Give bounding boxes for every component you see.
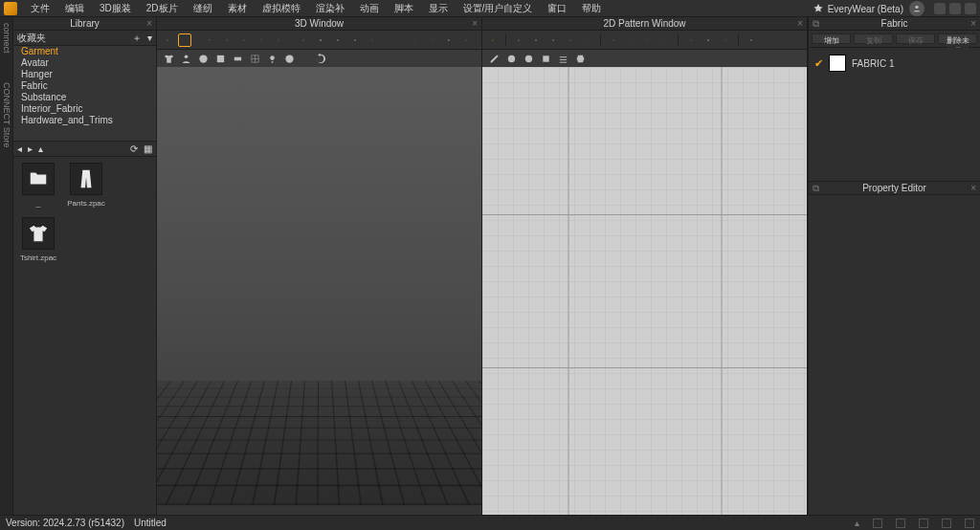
select-icon[interactable] [178, 33, 191, 47]
tack-icon[interactable] [425, 33, 438, 47]
reset-view-icon[interactable] [314, 53, 325, 64]
menu-window[interactable]: 窗口 [540, 2, 574, 15]
poly-icon[interactable] [512, 33, 525, 47]
2d-pen-icon[interactable] [488, 53, 500, 64]
trace-icon[interactable] [702, 33, 715, 47]
fabric-copy-button[interactable]: 复制 [854, 33, 893, 44]
show-garment-icon[interactable] [180, 53, 191, 64]
status-caret-icon[interactable]: ▴ [855, 518, 859, 528]
rail-store[interactable]: CONNECT Store [2, 82, 11, 147]
line-icon[interactable] [581, 33, 594, 47]
fabric-item[interactable]: ✔ FABRIC 1 [813, 52, 976, 75]
refresh-icon[interactable]: ⟳ [130, 144, 138, 154]
seam-icon[interactable] [408, 33, 421, 47]
layout-2-icon[interactable] [896, 519, 905, 528]
tree-item-hanger[interactable]: Hanger [13, 69, 156, 80]
rotate-icon[interactable] [220, 33, 234, 47]
2d-show3-icon[interactable] [540, 53, 551, 64]
fabric-undock-icon[interactable]: ⧉ [813, 18, 819, 30]
notch-icon[interactable] [607, 33, 620, 47]
menu-help[interactable]: 帮助 [574, 2, 609, 15]
fabric-del-button[interactable]: 删除未使用的 [938, 33, 977, 44]
window-minimize-button[interactable] [934, 3, 946, 14]
rect-icon[interactable] [529, 33, 543, 47]
measure-icon[interactable] [297, 33, 310, 47]
show-avatar-icon[interactable] [163, 53, 174, 64]
2d-show4-icon[interactable] [557, 53, 568, 64]
canvas-2d[interactable] [482, 67, 807, 515]
view-grid-icon[interactable]: ▦ [144, 144, 152, 154]
menu-edit[interactable]: 编辑 [57, 2, 92, 15]
tree-item-avatar[interactable]: Avatar [13, 57, 156, 69]
free-sew-icon[interactable] [658, 33, 672, 47]
zipper-icon[interactable] [366, 33, 379, 47]
stitch-icon[interactable] [390, 33, 404, 47]
fabric-add-button[interactable]: 增加 [812, 33, 851, 44]
show-texture-icon[interactable] [214, 53, 226, 64]
menu-sewing[interactable]: 缝纫 [186, 2, 220, 15]
show-sphere-icon[interactable] [197, 53, 209, 64]
nav-back-icon[interactable]: ◂ [17, 144, 22, 154]
2d-show2-icon[interactable] [523, 53, 534, 64]
menu-3d[interactable]: 3D服装 [92, 2, 139, 15]
vp2-settings-icon[interactable] [790, 33, 803, 47]
menu-file[interactable]: 文件 [23, 2, 57, 15]
menu-anim[interactable]: 动画 [352, 2, 387, 15]
show-light-icon[interactable] [266, 53, 278, 64]
layout-5-icon[interactable] [965, 519, 974, 528]
2d-print-icon[interactable] [574, 53, 586, 64]
dart-icon[interactable] [564, 33, 577, 47]
fav-menu-icon[interactable]: ▾ [147, 33, 152, 43]
fabric-save-button[interactable]: 保存 [896, 33, 935, 44]
canvas-3d[interactable] [157, 67, 481, 515]
button-icon[interactable] [348, 33, 362, 47]
window-maximize-button[interactable] [949, 3, 961, 14]
tree-item-fabric[interactable]: Fabric [13, 80, 156, 92]
show-face-icon[interactable] [283, 53, 295, 64]
property-undock-icon[interactable]: ⧉ [813, 183, 819, 194]
circle-icon[interactable] [546, 33, 560, 47]
nav-forward-icon[interactable]: ▸ [28, 144, 33, 154]
tree-item-interior[interactable]: Interior_Fabric [13, 103, 156, 115]
menu-avatar[interactable]: 虚拟模特 [255, 2, 308, 15]
texture-icon[interactable] [314, 33, 327, 47]
menu-settings[interactable]: 设置/用户自定义 [456, 2, 541, 15]
window-close-button[interactable] [965, 3, 976, 14]
show-thick-icon[interactable] [232, 53, 243, 64]
garment2-icon[interactable] [745, 33, 758, 47]
needle-icon[interactable] [272, 33, 285, 47]
thumb-tshirt[interactable]: Tshirt.zpac [19, 217, 57, 262]
segment-icon[interactable] [641, 33, 655, 47]
tree-item-substance[interactable]: Substance [13, 92, 156, 103]
nav-up-icon[interactable]: ▴ [38, 144, 43, 154]
fold-icon[interactable] [442, 33, 456, 47]
layout-4-icon[interactable] [942, 519, 951, 528]
menu-material[interactable]: 素材 [220, 2, 255, 15]
edit-pattern-icon[interactable] [486, 33, 500, 47]
fav-add-icon[interactable]: ＋ [132, 32, 142, 45]
menu-render[interactable]: 渲染补 [308, 2, 352, 15]
user-avatar-icon[interactable] [909, 1, 924, 16]
layout-1-icon[interactable] [873, 519, 882, 528]
show-wire-icon[interactable] [249, 53, 260, 64]
tree-item-garment[interactable]: Garment [13, 46, 156, 57]
align-icon[interactable] [684, 33, 698, 47]
tree-item-hardware[interactable]: Hardware_and_Trims [13, 115, 156, 126]
seam2-icon[interactable] [624, 33, 637, 47]
menu-display[interactable]: 显示 [421, 2, 456, 15]
binding-icon[interactable] [719, 33, 732, 47]
property-close-icon[interactable]: × [970, 183, 976, 193]
fabric-close-icon[interactable]: × [970, 18, 976, 29]
thumb-pants[interactable]: Pants.zpac [67, 163, 105, 208]
viewport-2d-close-icon[interactable]: × [797, 18, 803, 29]
graphic-icon[interactable] [331, 33, 345, 47]
rail-connect[interactable]: connect [2, 23, 11, 54]
panel-close-icon[interactable]: × [146, 18, 152, 29]
move-icon[interactable] [203, 33, 216, 47]
pin-icon[interactable] [255, 33, 268, 47]
2d-show1-icon[interactable] [505, 53, 517, 64]
menu-2d[interactable]: 2D板片 [139, 2, 186, 15]
scale-icon[interactable] [237, 33, 251, 47]
menu-script[interactable]: 脚本 [387, 2, 421, 15]
layout-3-icon[interactable] [919, 519, 928, 528]
